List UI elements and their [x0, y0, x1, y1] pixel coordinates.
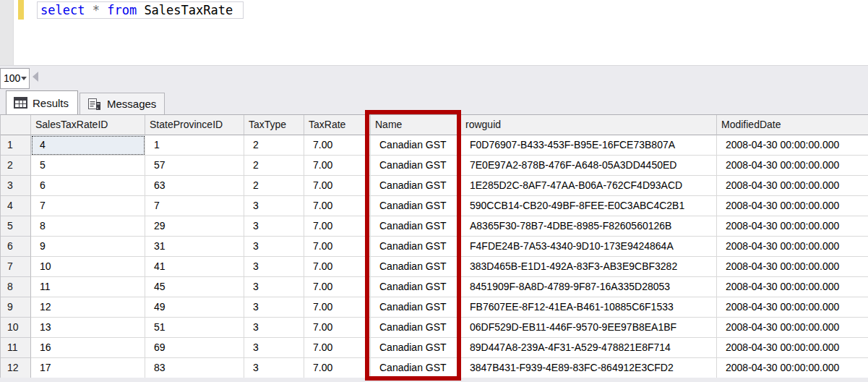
query-editor[interactable]: select * from SalesTaxRate: [0, 0, 868, 65]
grid-cell-stateprovinceid[interactable]: 29: [145, 216, 244, 237]
grid-cell-name[interactable]: Canadian GST: [371, 277, 461, 297]
grid-cell-salestaxrateid-selected[interactable]: 4: [31, 135, 145, 156]
grid-cell-modifieddate[interactable]: 2008-04-30 00:00:00.000: [717, 297, 868, 318]
grid-cell-taxrate[interactable]: 7.00: [304, 257, 371, 277]
grid-cell-modifieddate[interactable]: 2008-04-30 00:00:00.000: [717, 135, 868, 156]
grid-cell-name[interactable]: Canadian GST: [371, 318, 461, 338]
grid-cell-taxrate[interactable]: 7.00: [304, 277, 371, 297]
grid-cell-name[interactable]: Canadian GST: [371, 257, 461, 277]
grid-cell-taxtype[interactable]: 3: [244, 257, 304, 277]
grid-cell-stateprovinceid[interactable]: 41: [145, 257, 244, 277]
grid-cell-taxtype[interactable]: 2: [244, 176, 304, 196]
grid-cell-rowguid[interactable]: F0D76907-B433-453F-B95E-16FCE73B807A: [461, 135, 717, 156]
grid-cell-taxtype[interactable]: 3: [244, 237, 304, 257]
grid-cell-rowguid[interactable]: 1E285D2C-8AF7-47AA-B06A-762CF4D93ACD: [461, 176, 717, 196]
grid-cell-modifieddate[interactable]: 2008-04-30 00:00:00.000: [717, 318, 868, 338]
grid-cell-taxtype[interactable]: 3: [244, 318, 304, 338]
grid-cell-taxrate[interactable]: 7.00: [304, 318, 371, 338]
zoom-level-dropdown[interactable]: 100 %: [0, 68, 30, 89]
grid-cell-taxrate[interactable]: 7.00: [304, 196, 371, 216]
grid-cell-salestaxrateid[interactable]: 8: [31, 216, 145, 237]
column-header-name[interactable]: Name: [371, 115, 461, 135]
grid-cell-rowguid[interactable]: 383D465B-E1D1-492A-83F3-AB3E9CBF3282: [461, 257, 717, 277]
grid-cell-rowguid[interactable]: A8365F30-78B7-4DBE-8985-F8260560126B: [461, 216, 717, 237]
grid-cell-taxtype[interactable]: 3: [244, 358, 304, 378]
grid-cell-salestaxrateid[interactable]: 17: [31, 358, 145, 378]
grid-cell-salestaxrateid[interactable]: 11: [31, 277, 145, 297]
grid-cell-stateprovinceid[interactable]: 31: [145, 237, 244, 257]
grid-cell-rowguid[interactable]: 7E0E97A2-878B-476F-A648-05A3DD4450ED: [461, 156, 717, 176]
tab-results[interactable]: Results: [6, 90, 78, 114]
row-number[interactable]: 2: [1, 156, 31, 176]
row-number[interactable]: 12: [1, 358, 31, 378]
grid-cell-rowguid[interactable]: 8451909F-8A8D-4789-9F87-16A335D28053: [461, 277, 717, 297]
grid-cell-stateprovinceid[interactable]: 45: [145, 277, 244, 297]
grid-cell-salestaxrateid[interactable]: 6: [31, 176, 145, 196]
grid-cell-modifieddate[interactable]: 2008-04-30 00:00:00.000: [717, 358, 868, 378]
grid-cell-stateprovinceid[interactable]: 51: [145, 318, 244, 338]
column-header-salestaxrateid[interactable]: SalesTaxRateID: [31, 115, 145, 135]
grid-cell-stateprovinceid[interactable]: 63: [145, 176, 244, 196]
grid-cell-name[interactable]: Canadian GST: [371, 358, 461, 378]
grid-cell-salestaxrateid[interactable]: 5: [31, 156, 145, 176]
grid-cell-salestaxrateid[interactable]: 13: [31, 318, 145, 338]
grid-cell-taxrate[interactable]: 7.00: [304, 358, 371, 378]
row-number[interactable]: 4: [1, 196, 31, 216]
grid-cell-modifieddate[interactable]: 2008-04-30 00:00:00.000: [717, 156, 868, 176]
column-header-taxrate[interactable]: TaxRate: [304, 115, 371, 135]
grid-cell-taxtype[interactable]: 3: [244, 196, 304, 216]
grid-cell-stateprovinceid[interactable]: 1: [145, 135, 244, 156]
grid-cell-name[interactable]: Canadian GST: [371, 216, 461, 237]
row-number[interactable]: 9: [1, 297, 31, 318]
grid-cell-salestaxrateid[interactable]: 10: [31, 257, 145, 277]
grid-cell-taxtype[interactable]: 2: [244, 156, 304, 176]
grid-cell-rowguid[interactable]: F4FDE24B-7A53-4340-9D10-173E9424864A: [461, 237, 717, 257]
grid-corner-header[interactable]: [1, 115, 31, 135]
grid-cell-modifieddate[interactable]: 2008-04-30 00:00:00.000: [717, 176, 868, 196]
grid-cell-taxtype[interactable]: 3: [244, 277, 304, 297]
grid-cell-modifieddate[interactable]: 2008-04-30 00:00:00.000: [717, 257, 868, 277]
grid-cell-taxrate[interactable]: 7.00: [304, 156, 371, 176]
grid-cell-taxrate[interactable]: 7.00: [304, 338, 371, 358]
grid-cell-taxrate[interactable]: 7.00: [304, 237, 371, 257]
row-number[interactable]: 5: [1, 216, 31, 237]
grid-cell-name[interactable]: Canadian GST: [371, 156, 461, 176]
grid-cell-taxrate[interactable]: 7.00: [304, 297, 371, 318]
row-number[interactable]: 6: [1, 237, 31, 257]
grid-cell-name[interactable]: Canadian GST: [371, 297, 461, 318]
grid-cell-stateprovinceid[interactable]: 7: [145, 196, 244, 216]
grid-cell-rowguid[interactable]: 3847B431-F939-4E89-83FC-864912E3CFD2: [461, 358, 717, 378]
column-header-stateprovinceid[interactable]: StateProvinceID: [145, 115, 244, 135]
grid-cell-modifieddate[interactable]: 2008-04-30 00:00:00.000: [717, 196, 868, 216]
sql-code-line[interactable]: select * from SalesTaxRate: [37, 1, 244, 19]
grid-cell-modifieddate[interactable]: 2008-04-30 00:00:00.000: [717, 277, 868, 297]
grid-cell-modifieddate[interactable]: 2008-04-30 00:00:00.000: [717, 216, 868, 237]
grid-cell-taxrate[interactable]: 7.00: [304, 176, 371, 196]
grid-cell-stateprovinceid[interactable]: 49: [145, 297, 244, 318]
grid-cell-stateprovinceid[interactable]: 69: [145, 338, 244, 358]
grid-cell-rowguid[interactable]: 06DF529D-EB11-446F-9570-9EE97B8EA1BF: [461, 318, 717, 338]
grid-cell-rowguid[interactable]: 89D447A8-239A-4F31-A529-478821E8F714: [461, 338, 717, 358]
grid-cell-stateprovinceid[interactable]: 83: [145, 358, 244, 378]
grid-cell-name[interactable]: Canadian GST: [371, 338, 461, 358]
grid-cell-taxtype[interactable]: 2: [244, 135, 304, 156]
grid-cell-stateprovinceid[interactable]: 57: [145, 156, 244, 176]
row-number[interactable]: 3: [1, 176, 31, 196]
grid-cell-taxtype[interactable]: 3: [244, 338, 304, 358]
grid-cell-name[interactable]: Canadian GST: [371, 135, 461, 156]
grid-cell-modifieddate[interactable]: 2008-04-30 00:00:00.000: [717, 237, 868, 257]
tab-messages[interactable]: Messages: [80, 93, 165, 114]
grid-cell-salestaxrateid[interactable]: 12: [31, 297, 145, 318]
grid-cell-salestaxrateid[interactable]: 16: [31, 338, 145, 358]
row-number[interactable]: 8: [1, 277, 31, 297]
grid-cell-name[interactable]: Canadian GST: [371, 176, 461, 196]
grid-cell-name[interactable]: Canadian GST: [371, 237, 461, 257]
row-number[interactable]: 10: [1, 318, 31, 338]
row-number[interactable]: 1: [1, 135, 31, 156]
column-header-modifieddate[interactable]: ModifiedDate: [717, 115, 868, 135]
column-header-rowguid[interactable]: rowguid: [461, 115, 717, 135]
row-number[interactable]: 7: [1, 257, 31, 277]
grid-cell-name[interactable]: Canadian GST: [371, 196, 461, 216]
grid-cell-salestaxrateid[interactable]: 7: [31, 196, 145, 216]
grid-cell-taxtype[interactable]: 3: [244, 297, 304, 318]
